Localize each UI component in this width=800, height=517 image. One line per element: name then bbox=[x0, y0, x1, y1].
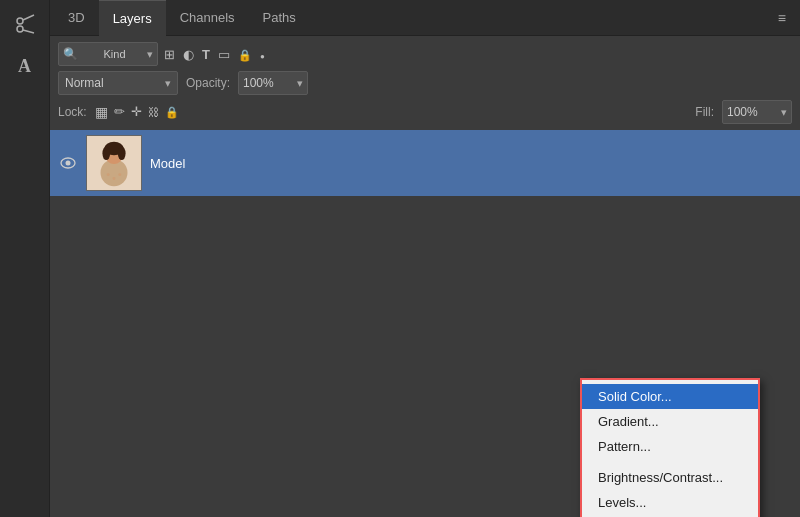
adjustment-filter-icon[interactable] bbox=[183, 47, 194, 62]
blend-mode-select[interactable]: Normal bbox=[58, 71, 178, 95]
menu-item-solid-color[interactable]: Solid Color... bbox=[582, 384, 758, 409]
smartobj-filter-icon[interactable] bbox=[238, 47, 252, 62]
layer-item[interactable]: Model bbox=[50, 130, 800, 196]
svg-point-13 bbox=[113, 177, 116, 180]
lock-position-icon[interactable] bbox=[131, 104, 142, 120]
tab-3d[interactable]: 3D bbox=[54, 0, 99, 36]
visibility-icon[interactable] bbox=[58, 153, 78, 173]
svg-point-10 bbox=[102, 147, 110, 161]
tab-paths[interactable]: Paths bbox=[249, 0, 310, 36]
cut-tool[interactable] bbox=[9, 8, 41, 40]
svg-point-11 bbox=[118, 147, 126, 161]
kind-select[interactable]: 🔍 Kind bbox=[58, 42, 158, 66]
kind-chevron-icon bbox=[147, 48, 153, 61]
lock-artboard-icon[interactable] bbox=[148, 104, 159, 120]
filter-icons bbox=[164, 47, 265, 62]
svg-point-0 bbox=[17, 18, 23, 24]
lock-icons bbox=[95, 104, 179, 120]
dot-filter-icon[interactable] bbox=[260, 47, 265, 62]
fill-chevron-icon bbox=[781, 105, 787, 119]
type-tool[interactable]: A bbox=[9, 50, 41, 82]
left-toolbar: A bbox=[0, 0, 50, 517]
fill-label: Fill: bbox=[695, 105, 714, 119]
svg-line-2 bbox=[23, 15, 34, 20]
opacity-input[interactable]: 100% bbox=[238, 71, 308, 95]
tab-bar: 3D Layers Channels Paths ≡ bbox=[50, 0, 800, 36]
opacity-label: Opacity: bbox=[186, 76, 230, 90]
lock-pixels-icon[interactable] bbox=[95, 104, 108, 120]
layer-name: Model bbox=[150, 156, 185, 171]
svg-point-12 bbox=[107, 173, 110, 176]
normal-opacity-row: Normal Opacity: 100% bbox=[58, 71, 792, 95]
fill-input[interactable]: 100% bbox=[722, 100, 792, 124]
layer-thumbnail bbox=[86, 135, 142, 191]
tab-layers[interactable]: Layers bbox=[99, 0, 166, 36]
shape-filter-icon[interactable] bbox=[218, 47, 230, 62]
menu-item-levels[interactable]: Levels... bbox=[582, 490, 758, 515]
pixel-filter-icon[interactable] bbox=[164, 47, 175, 62]
svg-point-1 bbox=[17, 26, 23, 32]
context-menu: Solid Color... Gradient... Pattern... Br… bbox=[580, 378, 760, 517]
menu-item-brightness-contrast[interactable]: Brightness/Contrast... bbox=[582, 465, 758, 490]
panel-menu-button[interactable]: ≡ bbox=[768, 10, 796, 26]
blend-chevron-icon bbox=[165, 76, 171, 90]
main-panel: 3D Layers Channels Paths ≡ 🔍 Kind bbox=[50, 0, 800, 517]
svg-point-14 bbox=[118, 173, 121, 176]
menu-item-pattern[interactable]: Pattern... bbox=[582, 434, 758, 459]
lock-image-icon[interactable] bbox=[114, 104, 125, 120]
lock-label: Lock: bbox=[58, 105, 87, 119]
layer-list: Model Solid Color... Gradient... Pattern… bbox=[50, 130, 800, 517]
type-filter-icon[interactable] bbox=[202, 47, 210, 62]
lock-all-icon[interactable] bbox=[165, 104, 179, 120]
layers-controls: 🔍 Kind Normal Opacity: 100% bbox=[50, 36, 800, 130]
lock-fill-row: Lock: Fill: 100% bbox=[58, 100, 792, 124]
svg-line-3 bbox=[23, 30, 34, 33]
kind-row: 🔍 Kind bbox=[58, 42, 792, 66]
menu-item-gradient[interactable]: Gradient... bbox=[582, 409, 758, 434]
tab-channels[interactable]: Channels bbox=[166, 0, 249, 36]
opacity-chevron-icon bbox=[297, 76, 303, 90]
svg-point-5 bbox=[66, 161, 71, 166]
